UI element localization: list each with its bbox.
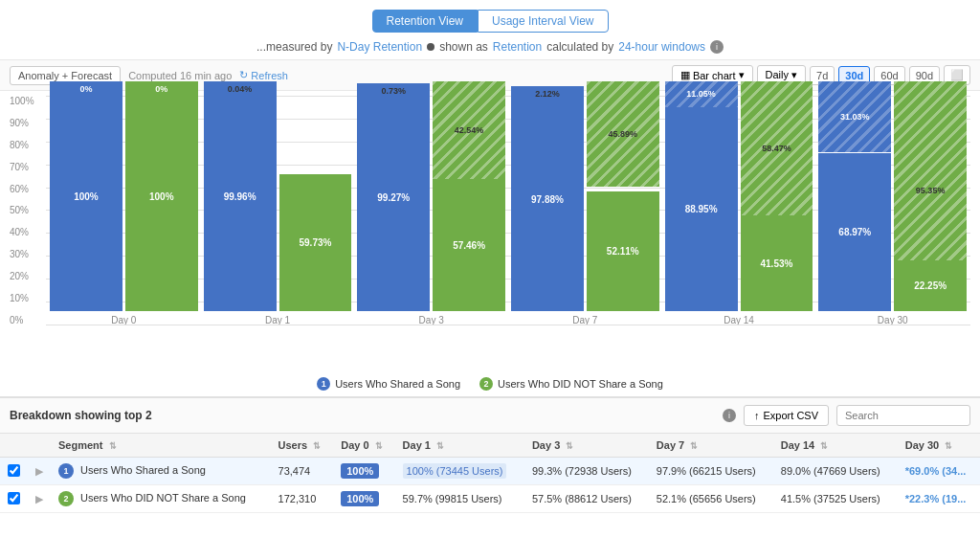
row1-checkbox-cell[interactable]: [0, 458, 28, 485]
day-7-bar1[interactable]: 2.12% 97.88%: [511, 86, 584, 311]
day-3-label: Day 3: [419, 315, 444, 325]
day-7-bar1-top: 2.12%: [535, 89, 560, 99]
day1-col-header[interactable]: Day 1 ⇅: [395, 434, 524, 458]
checkbox-col-header: [0, 434, 28, 458]
day14-col-label: Day 14: [781, 439, 814, 451]
day-30-group: 31.03% 68.97% 95.35% 22.25%: [818, 81, 967, 325]
day-30-bar1[interactable]: 68.97%: [818, 153, 891, 312]
row2-segment-badge: 2: [58, 491, 74, 506]
segment-col-label: Segment: [58, 439, 102, 451]
row2-day1-cell: 59.7% (99815 Users): [395, 485, 524, 513]
day-0-bar1-top: 0%: [79, 84, 92, 94]
refresh-button[interactable]: ↻ Refresh: [239, 69, 288, 81]
day-30-bars: 31.03% 68.97% 95.35% 22.25%: [818, 81, 967, 311]
day-14-bars: 11.05% 88.95% 58.47% 41.53%: [665, 81, 813, 311]
day30-col-header[interactable]: Day 30 ⇅: [898, 434, 980, 458]
day-3-bar2-top-label: 42.54%: [455, 125, 484, 135]
segment-col-header[interactable]: Segment ⇅: [51, 434, 271, 458]
day-14-group: 11.05% 88.95% 58.47% 41.53%: [665, 81, 813, 325]
day3-col-header[interactable]: Day 3 ⇅: [524, 434, 649, 458]
n-day-retention-link[interactable]: N-Day Retention: [337, 40, 422, 54]
day-0-bar2-top: 0%: [155, 84, 167, 94]
row2-checkbox-cell[interactable]: [0, 485, 28, 513]
day-1-bar2-label: 59.73%: [299, 237, 331, 248]
y-90: 90%: [10, 118, 36, 128]
day-0-bar2[interactable]: 0% 100%: [125, 81, 198, 311]
windows-link[interactable]: 24-hour windows: [618, 40, 705, 54]
day-14-bar1[interactable]: 88.95%: [665, 107, 738, 312]
legend-item-1: 1 Users Who Shared a Song: [317, 377, 460, 391]
day-7-group: 2.12% 97.88% 45.89% 52.11% Day 7: [511, 81, 659, 325]
day-3-bar2[interactable]: 57.46%: [433, 179, 505, 311]
legend-item-2: 2 Users Who DID NOT Share a Song: [479, 377, 663, 391]
row2-checkbox[interactable]: [8, 492, 20, 504]
day1-col-label: Day 1: [403, 439, 431, 451]
row2-day0-value: 100%: [341, 491, 379, 506]
day-14-bar2-top-hatched: 58.47%: [741, 81, 813, 215]
usage-interval-view-button[interactable]: Usage Interval View: [478, 10, 609, 33]
day7-col-label: Day 7: [657, 439, 684, 451]
users-sort-icon: ⇅: [313, 441, 321, 451]
row2-expand-cell[interactable]: ▶: [28, 485, 51, 513]
table-row: ▶ 1 Users Who Shared a Song 73,474 100% …: [0, 458, 980, 485]
day14-sort-icon: ⇅: [820, 441, 828, 451]
day-30-bar2-top-label: 95.35%: [916, 186, 946, 195]
day-3-bar1-top: 0.73%: [382, 86, 407, 96]
y-0: 0%: [10, 315, 36, 325]
y-axis: 100% 90% 80% 70% 60% 50% 40% 30% 20% 10%…: [10, 96, 36, 325]
day-1-label: Day 1: [265, 315, 290, 325]
day-7-bar2-top-hatched: 45.89%: [587, 81, 659, 187]
day-30-bar2[interactable]: 22.25%: [894, 260, 967, 311]
row1-day14-value: 89.0% (47669 Users): [781, 465, 880, 477]
chevron-down-icon-2: ▾: [791, 69, 797, 80]
segment-sort-icon: ⇅: [109, 441, 117, 451]
day-3-bar1-label: 99.27%: [377, 191, 410, 202]
row1-checkbox[interactable]: [8, 464, 20, 477]
y-10: 10%: [10, 293, 36, 303]
retention-link[interactable]: Retention: [493, 40, 542, 54]
row2-day7-cell: 52.1% (65656 Users): [649, 485, 773, 513]
y-60: 60%: [10, 184, 36, 194]
row1-day7-value: 97.9% (66215 Users): [657, 465, 756, 477]
export-csv-button[interactable]: ↑ Export CSV: [744, 405, 829, 426]
day-7-label: Day 7: [572, 315, 597, 325]
legend-dot-1: 1: [317, 377, 330, 391]
row1-expand-cell[interactable]: ▶: [28, 458, 51, 485]
day7-sort-icon: ⇅: [690, 441, 698, 451]
breakdown-title: Breakdown showing top 2: [10, 409, 723, 422]
row1-day0-value: 100%: [341, 463, 379, 479]
day-7-bar2[interactable]: 52.11%: [587, 191, 659, 311]
row1-day1-cell: 100% (73445 Users): [395, 458, 524, 485]
y-100: 100%: [10, 96, 36, 106]
day-0-group: 0% 100% 0% 100% Day 0: [50, 81, 198, 325]
day-1-bars: 0.04% 99.96% 40.27% 59.73%: [204, 81, 352, 311]
day14-col-header[interactable]: Day 14 ⇅: [773, 434, 898, 458]
day-1-bar2[interactable]: 59.73%: [279, 174, 352, 311]
day-0-label: Day 0: [111, 315, 136, 325]
day-0-bar1[interactable]: 0% 100%: [50, 81, 122, 311]
export-icon: ↑: [754, 410, 760, 421]
refresh-label: Refresh: [251, 70, 288, 81]
day-14-bar2[interactable]: 41.53%: [741, 215, 813, 311]
day-1-bar1[interactable]: 0.04% 99.96%: [204, 81, 277, 311]
computed-text: Computed 16 min ago: [128, 70, 232, 81]
table-info-icon[interactable]: i: [723, 409, 736, 422]
day-14-bar1-top-hatched: 11.05%: [665, 81, 738, 107]
retention-view-button[interactable]: Retention View: [372, 10, 479, 33]
day7-col-header[interactable]: Day 7 ⇅: [649, 434, 773, 458]
row2-day14-cell: 41.5% (37525 Users): [773, 485, 898, 513]
table-search-input[interactable]: [836, 405, 970, 426]
day-3-bar1[interactable]: 0.73% 99.27%: [357, 83, 430, 311]
row2-users-cell: 172,310: [271, 485, 334, 513]
day-7-bar2-wrap: 45.89% 52.11%: [587, 81, 659, 311]
day0-col-header[interactable]: Day 0 ⇅: [333, 434, 394, 458]
day-1-bar1-top: 0.04%: [228, 84, 253, 94]
users-col-header[interactable]: Users ⇅: [271, 434, 334, 458]
info-icon[interactable]: i: [710, 40, 724, 54]
day-30-bar1-top-hatched: 31.03%: [818, 81, 891, 152]
day30-sort-icon: ⇅: [945, 441, 952, 451]
table-row: ▶ 2 Users Who DID NOT Share a Song 172,3…: [0, 485, 980, 513]
view-toggle-bar: Retention View Usage Interval View: [0, 0, 980, 38]
row1-day14-cell: 89.0% (47669 Users): [773, 458, 898, 485]
day0-sort-icon: ⇅: [375, 441, 383, 451]
